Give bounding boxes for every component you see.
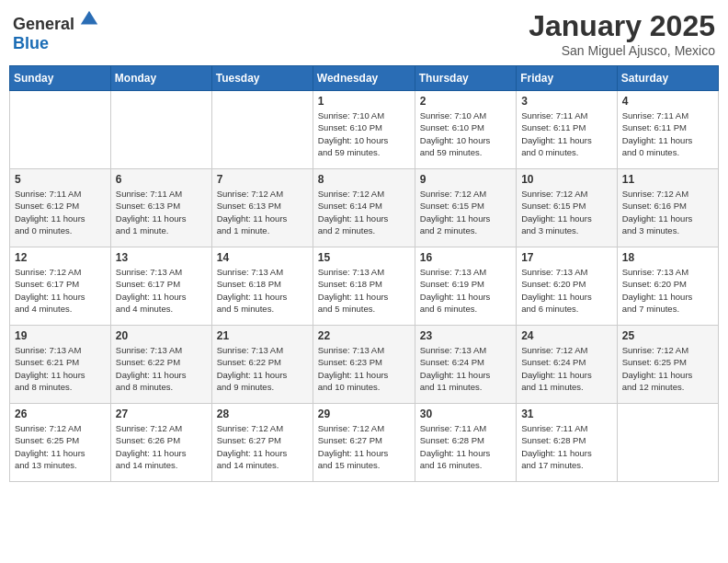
day-number: 18 — [622, 251, 713, 264]
logo-general: General — [13, 15, 74, 33]
day-number: 14 — [217, 251, 308, 264]
day-info: Sunrise: 7:11 AM Sunset: 6:13 PM Dayligh… — [116, 188, 207, 236]
day-info: Sunrise: 7:11 AM Sunset: 6:28 PM Dayligh… — [521, 422, 612, 471]
calendar-day-cell — [10, 91, 111, 169]
day-info: Sunrise: 7:13 AM Sunset: 6:18 PM Dayligh… — [318, 266, 410, 315]
logo-text: General Blue — [13, 9, 99, 53]
calendar-day-cell: 29Sunrise: 7:12 AM Sunset: 6:27 PM Dayli… — [313, 404, 415, 482]
page-header: General Blue January 2025 San Miguel Aju… — [9, 9, 719, 58]
location-title: San Miguel Ajusco, Mexico — [529, 43, 715, 58]
day-number: 28 — [217, 408, 308, 420]
day-info: Sunrise: 7:12 AM Sunset: 6:13 PM Dayligh… — [217, 188, 308, 236]
day-number: 15 — [318, 251, 410, 264]
title-block: January 2025 San Miguel Ajusco, Mexico — [529, 9, 715, 58]
calendar-day-cell: 2Sunrise: 7:10 AM Sunset: 6:10 PM Daylig… — [415, 91, 516, 169]
day-info: Sunrise: 7:13 AM Sunset: 6:24 PM Dayligh… — [420, 344, 511, 393]
day-info: Sunrise: 7:12 AM Sunset: 6:14 PM Dayligh… — [318, 188, 410, 236]
day-info: Sunrise: 7:10 AM Sunset: 6:10 PM Dayligh… — [318, 109, 410, 158]
calendar-day-cell: 14Sunrise: 7:13 AM Sunset: 6:18 PM Dayli… — [211, 247, 313, 326]
calendar-day-cell: 12Sunrise: 7:12 AM Sunset: 6:17 PM Dayli… — [10, 247, 111, 326]
day-info: Sunrise: 7:13 AM Sunset: 6:17 PM Dayligh… — [116, 266, 207, 315]
day-number: 13 — [116, 251, 207, 264]
logo-blue: Blue — [13, 34, 49, 52]
calendar-day-cell: 24Sunrise: 7:12 AM Sunset: 6:24 PM Dayli… — [517, 326, 618, 404]
day-number: 31 — [521, 408, 612, 420]
calendar-day-cell: 15Sunrise: 7:13 AM Sunset: 6:18 PM Dayli… — [313, 247, 415, 326]
calendar-day-cell: 16Sunrise: 7:13 AM Sunset: 6:19 PM Dayli… — [415, 247, 516, 326]
calendar-week-row: 19Sunrise: 7:13 AM Sunset: 6:21 PM Dayli… — [10, 326, 719, 404]
calendar-week-row: 12Sunrise: 7:12 AM Sunset: 6:17 PM Dayli… — [10, 247, 719, 326]
day-number: 20 — [116, 329, 207, 342]
calendar-week-row: 1Sunrise: 7:10 AM Sunset: 6:10 PM Daylig… — [10, 91, 719, 169]
calendar-day-cell: 31Sunrise: 7:11 AM Sunset: 6:28 PM Dayli… — [517, 404, 618, 482]
day-number: 30 — [420, 408, 511, 420]
day-info: Sunrise: 7:12 AM Sunset: 6:17 PM Dayligh… — [15, 266, 106, 315]
day-info: Sunrise: 7:13 AM Sunset: 6:20 PM Dayligh… — [622, 266, 713, 315]
day-info: Sunrise: 7:11 AM Sunset: 6:28 PM Dayligh… — [420, 422, 511, 471]
day-number: 5 — [15, 173, 106, 186]
day-number: 3 — [521, 95, 612, 108]
day-number: 6 — [116, 173, 207, 186]
day-number: 2 — [420, 95, 511, 108]
day-info: Sunrise: 7:13 AM Sunset: 6:20 PM Dayligh… — [521, 266, 612, 315]
calendar-day-cell: 17Sunrise: 7:13 AM Sunset: 6:20 PM Dayli… — [517, 247, 618, 326]
calendar-day-header: Sunday — [10, 66, 111, 91]
day-number: 26 — [15, 408, 106, 420]
calendar-day-cell: 30Sunrise: 7:11 AM Sunset: 6:28 PM Dayli… — [415, 404, 516, 482]
day-number: 9 — [420, 173, 511, 186]
calendar-day-cell: 8Sunrise: 7:12 AM Sunset: 6:14 PM Daylig… — [313, 169, 415, 247]
calendar-day-header: Thursday — [415, 66, 516, 91]
calendar-day-cell — [211, 91, 313, 169]
calendar-week-row: 5Sunrise: 7:11 AM Sunset: 6:12 PM Daylig… — [10, 169, 719, 247]
calendar-day-cell: 4Sunrise: 7:11 AM Sunset: 6:11 PM Daylig… — [617, 91, 718, 169]
day-info: Sunrise: 7:10 AM Sunset: 6:10 PM Dayligh… — [420, 109, 511, 158]
month-title: January 2025 — [529, 9, 715, 43]
day-number: 27 — [116, 408, 207, 420]
day-info: Sunrise: 7:13 AM Sunset: 6:22 PM Dayligh… — [217, 344, 308, 393]
day-number: 7 — [217, 173, 308, 186]
day-info: Sunrise: 7:12 AM Sunset: 6:15 PM Dayligh… — [521, 188, 612, 236]
day-info: Sunrise: 7:11 AM Sunset: 6:12 PM Dayligh… — [15, 188, 106, 236]
calendar-day-cell: 1Sunrise: 7:10 AM Sunset: 6:10 PM Daylig… — [313, 91, 415, 169]
day-number: 29 — [318, 408, 410, 420]
calendar-day-cell: 10Sunrise: 7:12 AM Sunset: 6:15 PM Dayli… — [517, 169, 618, 247]
day-info: Sunrise: 7:13 AM Sunset: 6:19 PM Dayligh… — [420, 266, 511, 315]
calendar-day-cell: 7Sunrise: 7:12 AM Sunset: 6:13 PM Daylig… — [211, 169, 313, 247]
calendar-day-cell: 18Sunrise: 7:13 AM Sunset: 6:20 PM Dayli… — [617, 247, 718, 326]
day-number: 23 — [420, 329, 511, 342]
day-number: 21 — [217, 329, 308, 342]
calendar-day-cell: 19Sunrise: 7:13 AM Sunset: 6:21 PM Dayli… — [10, 326, 111, 404]
calendar-day-cell: 26Sunrise: 7:12 AM Sunset: 6:25 PM Dayli… — [10, 404, 111, 482]
calendar-day-cell: 3Sunrise: 7:11 AM Sunset: 6:11 PM Daylig… — [517, 91, 618, 169]
day-info: Sunrise: 7:12 AM Sunset: 6:27 PM Dayligh… — [318, 422, 410, 471]
day-number: 16 — [420, 251, 511, 264]
calendar-header-row: SundayMondayTuesdayWednesdayThursdayFrid… — [10, 66, 719, 91]
day-info: Sunrise: 7:12 AM Sunset: 6:25 PM Dayligh… — [15, 422, 106, 471]
logo: General Blue — [13, 9, 99, 53]
calendar-day-cell: 28Sunrise: 7:12 AM Sunset: 6:27 PM Dayli… — [211, 404, 313, 482]
day-info: Sunrise: 7:13 AM Sunset: 6:23 PM Dayligh… — [318, 344, 410, 393]
day-info: Sunrise: 7:12 AM Sunset: 6:24 PM Dayligh… — [521, 344, 612, 393]
calendar-day-cell: 27Sunrise: 7:12 AM Sunset: 6:26 PM Dayli… — [110, 404, 211, 482]
day-info: Sunrise: 7:12 AM Sunset: 6:25 PM Dayligh… — [622, 344, 713, 393]
calendar-day-cell: 6Sunrise: 7:11 AM Sunset: 6:13 PM Daylig… — [110, 169, 211, 247]
calendar-week-row: 26Sunrise: 7:12 AM Sunset: 6:25 PM Dayli… — [10, 404, 719, 482]
calendar-day-cell: 23Sunrise: 7:13 AM Sunset: 6:24 PM Dayli… — [415, 326, 516, 404]
calendar-day-cell — [617, 404, 718, 482]
calendar-day-header: Tuesday — [211, 66, 313, 91]
calendar-day-cell: 9Sunrise: 7:12 AM Sunset: 6:15 PM Daylig… — [415, 169, 516, 247]
day-number: 22 — [318, 329, 410, 342]
day-number: 25 — [622, 329, 713, 342]
day-number: 17 — [521, 251, 612, 264]
calendar-day-cell: 22Sunrise: 7:13 AM Sunset: 6:23 PM Dayli… — [313, 326, 415, 404]
calendar-table: SundayMondayTuesdayWednesdayThursdayFrid… — [9, 65, 719, 482]
day-info: Sunrise: 7:12 AM Sunset: 6:16 PM Dayligh… — [622, 188, 713, 236]
calendar-day-header: Wednesday — [313, 66, 415, 91]
day-number: 19 — [15, 329, 106, 342]
day-number: 11 — [622, 173, 713, 186]
calendar-day-cell: 25Sunrise: 7:12 AM Sunset: 6:25 PM Dayli… — [617, 326, 718, 404]
day-info: Sunrise: 7:12 AM Sunset: 6:27 PM Dayligh… — [217, 422, 308, 471]
day-number: 4 — [622, 95, 713, 108]
day-number: 12 — [15, 251, 106, 264]
calendar-day-cell: 11Sunrise: 7:12 AM Sunset: 6:16 PM Dayli… — [617, 169, 718, 247]
